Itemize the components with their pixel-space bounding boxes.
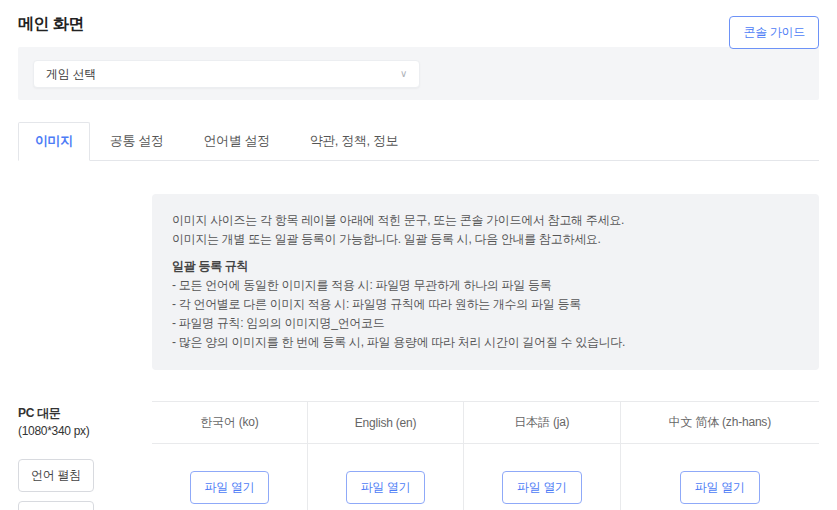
game-select-panel: 게임 선택 ∨ [18, 47, 819, 100]
notice-box: 이미지 사이즈는 각 항목 레이블 아래에 적힌 문구, 또는 콘솔 가이드에서… [152, 194, 819, 370]
chevron-down-icon: ∨ [400, 69, 407, 79]
open-file-button-ja[interactable]: 파일 열기 [502, 471, 582, 504]
table-header-row: 한국어 (ko) English (en) 日本語 (ja) 中文 简体 (zh… [152, 402, 819, 444]
notice-rule: - 파일명 규칙: 임의의 이미지명_언어코드 [172, 314, 799, 333]
tab-content: 이미지 사이즈는 각 항목 레이블 아래에 적힌 문구, 또는 콘솔 가이드에서… [0, 194, 837, 510]
page: 메인 화면 콘솔 가이드 게임 선택 ∨ [0, 0, 837, 100]
game-select-dropdown[interactable]: 게임 선택 ∨ [33, 60, 420, 88]
notice-rules-title: 일괄 등록 규칙 [172, 257, 799, 276]
notice-line: 이미지 사이즈는 각 항목 레이블 아래에 적힌 문구, 또는 콘솔 가이드에서… [172, 211, 799, 230]
notice-rule: - 각 언어별로 다른 이미지 적용 시: 파일명 규칙에 따라 원하는 개수의… [172, 295, 799, 314]
console-guide-button[interactable]: 콘솔 가이드 [729, 16, 819, 49]
upload-cell-ko: 파일 열기 [152, 444, 307, 510]
bulk-register-button[interactable]: 일괄 등록 [18, 501, 94, 510]
expand-languages-button[interactable]: 언어 펼침 [18, 459, 94, 492]
tab-bar: 이미지 공통 설정 언어별 설정 약관, 정책, 정보 [18, 122, 819, 161]
column-header-en: English (en) [307, 402, 463, 444]
notice-rule: - 모든 언어에 동일한 이미지를 적용 시: 파일명 무관하게 하나의 파일 … [172, 276, 799, 295]
tab-language-settings[interactable]: 언어별 설정 [183, 122, 289, 161]
open-file-button-en[interactable]: 파일 열기 [346, 471, 426, 504]
column-header-zh-hans: 中文 简体 (zh-hans) [620, 402, 819, 444]
game-select-value: 게임 선택 [46, 66, 96, 83]
tab-images[interactable]: 이미지 [18, 122, 90, 161]
tab-terms-policy-info[interactable]: 약관, 정책, 정보 [290, 122, 418, 161]
upload-cell-en: 파일 열기 [307, 444, 463, 510]
tab-common-settings[interactable]: 공통 설정 [90, 122, 184, 161]
column-header-ja: 日本語 (ja) [464, 402, 620, 444]
image-item-name: PC 대문 [18, 405, 152, 422]
notice-rule: - 많은 양의 이미지를 한 번에 등록 시, 파일 용량에 따라 처리 시간이… [172, 333, 799, 352]
upload-cell-ja: 파일 열기 [464, 444, 620, 510]
open-file-button-ko[interactable]: 파일 열기 [190, 471, 270, 504]
table-body-row: 파일 열기 파일 열기 파일 열기 파일 열기 [152, 444, 819, 510]
column-header-ko: 한국어 (ko) [152, 402, 307, 444]
open-file-button-zh-hans[interactable]: 파일 열기 [680, 471, 760, 504]
upload-cell-zh-hans: 파일 열기 [620, 444, 819, 510]
language-table: 한국어 (ko) English (en) 日本語 (ja) 中文 简体 (zh… [152, 401, 819, 510]
page-title: 메인 화면 [18, 14, 819, 35]
page-header: 메인 화면 콘솔 가이드 [18, 0, 819, 46]
image-item-size: (1080*340 px) [18, 424, 152, 438]
image-item-row: PC 대문 (1080*340 px) 언어 펼침 일괄 등록 한국어 (ko)… [18, 401, 819, 510]
notice-line: 이미지는 개별 또는 일괄 등록이 가능합니다. 일괄 등록 시, 다음 안내를… [172, 230, 799, 249]
image-item-label-column: PC 대문 (1080*340 px) 언어 펼침 일괄 등록 [18, 401, 152, 510]
